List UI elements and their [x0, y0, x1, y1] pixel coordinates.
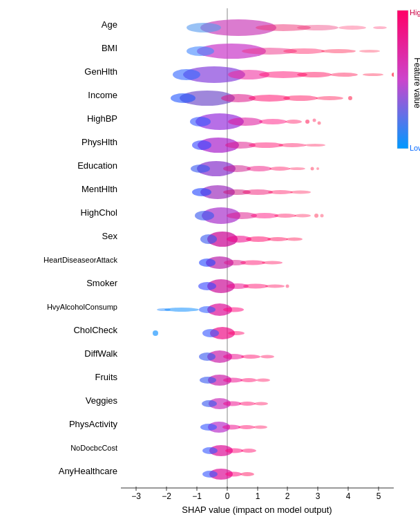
svg-point-41: [259, 119, 287, 124]
feature-label-menthlth: MentHlth: [82, 184, 117, 194]
svg-point-116: [200, 424, 217, 431]
svg-point-99: [228, 331, 245, 335]
feature-label-physhlth: PhysHlth: [82, 137, 117, 147]
svg-point-109: [256, 379, 270, 382]
x-tick-2: 2: [285, 491, 290, 501]
svg-point-103: [241, 355, 260, 359]
svg-point-89: [265, 285, 285, 288]
svg-point-83: [240, 261, 265, 265]
x-tick--2: −2: [162, 491, 171, 501]
svg-point-72: [314, 214, 318, 218]
svg-point-107: [223, 378, 242, 383]
beeswarm-sex: [200, 232, 303, 247]
svg-point-118: [238, 425, 255, 429]
beeswarm-highchol: [195, 207, 324, 224]
beeswarm-anyhealthcare: [202, 469, 254, 480]
beeswarm-nodocbc: [202, 445, 256, 456]
beeswarm-physhlth: [192, 138, 325, 153]
svg-point-56: [269, 167, 290, 171]
feature-label-veggies: Veggies: [86, 395, 118, 406]
svg-point-61: [192, 188, 211, 196]
svg-point-23: [173, 69, 200, 80]
beeswarm-income: [171, 91, 352, 106]
feature-label-sex: Sex: [102, 231, 118, 241]
svg-point-57: [289, 167, 305, 170]
x-tick--1: −1: [192, 491, 202, 501]
svg-point-50: [278, 143, 306, 147]
svg-point-112: [223, 402, 241, 406]
svg-rect-0: [121, 7, 394, 491]
svg-point-123: [241, 449, 256, 453]
feature-label-smoker: Smoker: [86, 278, 117, 288]
svg-point-67: [195, 211, 214, 220]
feature-label-genhlth: GenHlth: [84, 66, 117, 77]
svg-point-127: [240, 472, 254, 476]
svg-point-90: [286, 285, 289, 288]
svg-point-81: [199, 258, 216, 267]
x-axis-label: SHAP value (impact on model output): [182, 505, 332, 515]
feature-label-fruits: Fruits: [95, 372, 118, 382]
svg-point-71: [294, 214, 311, 218]
svg-point-117: [222, 425, 240, 430]
svg-point-101: [199, 352, 216, 361]
beeswarm-diffwalk: [199, 350, 274, 363]
svg-point-102: [223, 354, 244, 359]
feature-label-education: Education: [77, 160, 117, 171]
beeswarm-bmi: [187, 44, 380, 59]
svg-point-27: [330, 73, 358, 77]
svg-point-77: [246, 236, 271, 242]
svg-point-36: [316, 96, 343, 100]
svg-point-45: [318, 122, 321, 125]
x-tick-0: 0: [225, 491, 230, 501]
beeswarm-hvyalcohol: [157, 303, 244, 316]
svg-point-64: [268, 190, 293, 194]
svg-point-111: [202, 400, 217, 407]
colorbar-feature-value-label: Feature value: [412, 57, 420, 109]
svg-point-29: [392, 73, 396, 77]
shap-beeswarm-chart: Age BMI GenHlth Income HighBP PhysHlth E…: [0, 0, 420, 517]
svg-point-59: [316, 167, 319, 170]
svg-point-40: [228, 118, 262, 126]
svg-point-42: [285, 120, 302, 124]
chart-container: Age BMI GenHlth Income HighBP PhysHlth E…: [0, 0, 420, 517]
svg-point-92: [199, 306, 216, 313]
colorbar-low-label: Low: [410, 144, 420, 152]
beeswarm-menthlth: [192, 185, 311, 199]
colorbar: [397, 10, 408, 149]
svg-point-14: [338, 26, 366, 30]
svg-point-28: [363, 73, 383, 76]
colorbar-high-label: High: [410, 8, 420, 17]
beeswarm-age: [187, 19, 387, 36]
svg-point-19: [283, 48, 325, 54]
svg-point-121: [202, 447, 218, 454]
svg-point-122: [225, 449, 243, 453]
svg-point-32: [171, 93, 195, 103]
feature-label-income: Income: [88, 90, 117, 100]
svg-point-73: [321, 214, 324, 218]
x-tick--3: −3: [131, 491, 141, 501]
x-tick-4: 4: [346, 491, 351, 501]
svg-point-126: [225, 472, 242, 477]
beeswarm-heartdisease: [199, 256, 283, 269]
beeswarm-smoker: [198, 279, 289, 293]
feature-label-diffwalk: DiffWalk: [84, 348, 117, 359]
svg-point-106: [200, 377, 216, 384]
x-tick-5: 5: [376, 491, 381, 501]
beeswarm-fruits: [200, 375, 270, 386]
svg-point-93: [223, 308, 244, 312]
beeswarm-physactivity: [200, 422, 267, 433]
svg-point-88: [243, 284, 268, 289]
svg-point-97: [202, 329, 219, 337]
beeswarm-veggies: [202, 398, 268, 409]
svg-point-119: [254, 426, 267, 429]
svg-point-37: [348, 96, 352, 100]
feature-label-cholcheck: CholCheck: [73, 325, 117, 335]
svg-point-11: [187, 23, 221, 32]
svg-point-70: [274, 214, 296, 218]
feature-label-bmi: BMI: [102, 43, 117, 53]
beeswarm-highbp: [190, 113, 321, 130]
svg-point-21: [359, 50, 380, 53]
feature-label-nodocbc: NoDocbcCost: [70, 444, 117, 452]
svg-point-84: [262, 261, 283, 265]
feature-label-highbp: HighBP: [87, 113, 117, 124]
